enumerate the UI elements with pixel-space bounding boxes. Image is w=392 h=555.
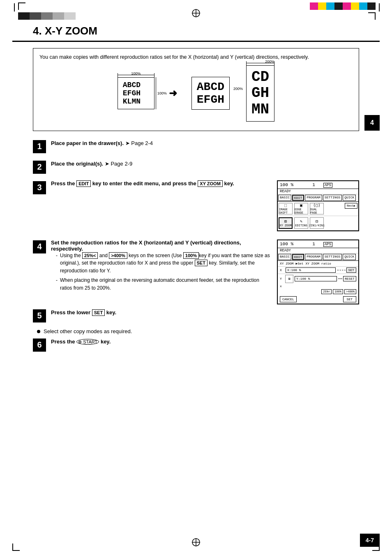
step1-link: Page 2-4 (131, 140, 153, 146)
screen2-x-bottom-label: x (278, 284, 358, 288)
step-4: 4 Set the reproduction ratios for the X … (33, 240, 359, 304)
screen1-btn-quick[interactable]: QUICK (343, 195, 356, 201)
step6-key: ⊕ START (76, 339, 99, 345)
box3-line2: GH (251, 85, 269, 101)
color-block-3 (41, 12, 53, 20)
step5-text: Press the lower (51, 309, 90, 315)
box3-line3: MN (251, 101, 269, 118)
step-number-1: 1 (33, 140, 46, 153)
screen2-zoom-100[interactable]: 100% (333, 289, 343, 294)
box1-line2: EFGH (123, 89, 149, 97)
screen1-toolbar: BASIC EDIT PROGRAM SETTINGS QUICK (278, 194, 358, 202)
step-1: 1 Place paper in the drawer(s). ➤ Page 2… (33, 139, 359, 153)
screen1-edge-erase[interactable]: ▣ EDGE ERASE (294, 203, 308, 214)
diagram-box-3: 200% CD GH MN (246, 65, 274, 122)
step-6: 6 Press the ⊕ START key. (33, 338, 359, 352)
step-number-3: 3 (33, 181, 46, 194)
color-block-yellow2 (351, 2, 359, 10)
screen2-btn-quick[interactable]: QUICK (343, 254, 356, 260)
screen2-set-x-btn[interactable]: SET (346, 267, 356, 273)
screen2-cancel-btn[interactable]: CANCEL (280, 296, 297, 302)
page-title: 4. X-Y ZOOM (33, 25, 359, 37)
label-100-right: 100% (157, 91, 167, 95)
color-block-magenta (310, 2, 318, 10)
screen1-next-btn[interactable]: Next▶ (345, 203, 357, 209)
color-block-black2 (334, 2, 343, 10)
box2-line1: ABCD (197, 81, 224, 93)
screen1-btn-program[interactable]: PROGRAM (305, 195, 322, 201)
step5-text2: key. (106, 309, 116, 315)
step4-bullet-2: - When placing the original on the rever… (56, 276, 271, 292)
screen-2: 100 % 1 APS READY BASIC EDIT PROGRAM SET… (277, 240, 359, 304)
step-1-content: Place paper in the drawer(s). ➤ Page 2-4 (51, 139, 359, 148)
color-block-1 (18, 12, 30, 20)
bullet-dot (37, 330, 40, 333)
screen2-x-row: X X:100 % SET (278, 267, 358, 274)
color-block-4 (53, 12, 64, 20)
box3-line1: CD (251, 69, 269, 85)
color-block-2 (30, 12, 41, 20)
box1-line1: ABCD (123, 81, 149, 89)
key-100pct: 100% (183, 252, 199, 259)
step-number-5: 5 (33, 309, 46, 322)
crosshair-top (191, 8, 201, 19)
step2-link: Page 2-9 (111, 161, 132, 167)
step1-text: Place paper in the drawer(s). (51, 140, 124, 146)
screen2-reset-btn[interactable]: RESET (343, 276, 356, 281)
step-number-2: 2 (33, 161, 46, 174)
color-block-yellow (318, 2, 326, 10)
step-2: 2 Place the original(s). ➤ Page 2-9 (33, 160, 359, 174)
screen1-state: READY (278, 189, 358, 194)
step-4-content: Set the reproduction ratios for the X (h… (51, 240, 359, 304)
step6-text: Press the (51, 339, 75, 345)
screen1-xy-zoom[interactable]: ⊞ XY ZOOM (279, 217, 293, 229)
step4-bullets: - Using the 25%< and >400% keys on the s… (51, 252, 271, 292)
screen1-image-shift[interactable]: ⬚ IMAGE SHIFT (279, 203, 293, 214)
screen2-bottom-row: CANCEL SET (278, 295, 358, 304)
step3-edit-key: EDIT (76, 180, 91, 187)
screen2-status: 100 % (280, 242, 293, 246)
screen2-toolbar: BASIC EDIT PROGRAM SETTINGS QUICK (278, 253, 358, 261)
screen2-zoom-25[interactable]: 25%< (321, 289, 332, 294)
page-title-section: 4. X-Y ZOOM (12, 21, 380, 42)
step-3: 3 Press the EDIT key to enter the edit m… (33, 180, 359, 231)
step-3-content: Press the EDIT key to enter the edit men… (51, 180, 359, 231)
bullet-select: Select other copy modes as required. (33, 328, 359, 334)
screen1-btn-basic[interactable]: BASIC (278, 195, 291, 201)
step-number-4: 4 (33, 240, 46, 253)
screen2-btn-edit[interactable]: EDIT (292, 254, 304, 260)
key-25pct: 25%< (82, 252, 98, 259)
screen2-set-big-btn[interactable]: SET (343, 296, 356, 302)
diagram-box-1: 100% ABCD EFGH KLMN 100% (118, 77, 154, 109)
screen1-btn-settings[interactable]: SETTINGS (323, 195, 342, 201)
screen2-btn-settings[interactable]: SETTINGS (323, 254, 342, 260)
screen2-zoom-400[interactable]: >400% (344, 289, 356, 294)
screen1-editing[interactable]: ✎ EDITING (294, 217, 308, 229)
top-bar (0, 0, 392, 21)
step-5-content: Press the lower SET key. (51, 309, 359, 317)
color-block-magenta2 (343, 2, 351, 10)
key-400pct: >400% (109, 252, 127, 259)
step-6-content: Press the ⊕ START key. (51, 338, 359, 346)
corner-mark-bottomright (372, 543, 380, 551)
screen2-btn-basic[interactable]: BASIC (278, 254, 291, 260)
step-5: 5 Press the lower SET key. (33, 309, 359, 322)
box1-line3: KLMN (123, 97, 149, 106)
screen2-btn-program[interactable]: PROGRAM (305, 254, 322, 260)
intro-box: You can make copies with different repro… (33, 48, 359, 131)
step3-end-text: key. (224, 180, 234, 187)
screen2-x-label: X (280, 268, 284, 272)
label-200-right: 200% (233, 87, 243, 91)
screen2-breadcrumb: XY ZOOM ▶Set XY ZOOM ratio (278, 261, 358, 267)
diagram-area: 100% ABCD EFGH KLMN 100% (39, 65, 353, 122)
step5-key: SET (92, 309, 105, 316)
screen1-2in1-4in1[interactable]: ⊟ 2IN1/4IN1 (310, 217, 324, 229)
crosshair-bottom (191, 537, 201, 549)
color-block-cyan (326, 2, 334, 10)
step4-bullet1-text: Using the 25%< and >400% keys on the scr… (60, 252, 271, 275)
step4-bullet-1: - Using the 25%< and >400% keys on the s… (56, 252, 271, 275)
step3-bold-press: Press the (51, 180, 76, 187)
screen1-btn-edit[interactable]: EDIT (292, 195, 304, 201)
corner-mark-bottomleft (12, 543, 20, 551)
screen1-dual-page[interactable]: ⟨▢⟩ DUAL PAGE (310, 203, 324, 214)
